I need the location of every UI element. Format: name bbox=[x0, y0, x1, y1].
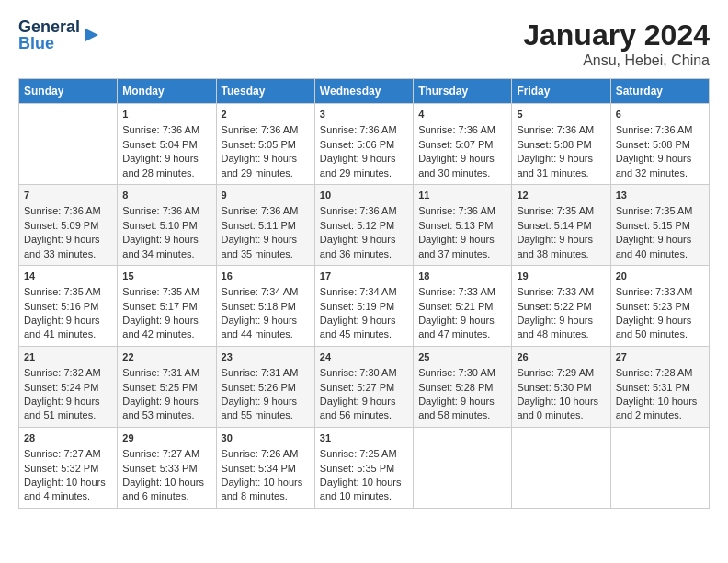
day-info: Sunrise: 7:36 AM bbox=[222, 123, 310, 137]
day-info: Sunset: 5:22 PM bbox=[517, 300, 605, 314]
day-info: Sunrise: 7:33 AM bbox=[418, 285, 506, 299]
day-info: Sunset: 5:08 PM bbox=[616, 138, 704, 152]
day-info: Sunset: 5:18 PM bbox=[222, 300, 310, 314]
day-info: Daylight: 10 hours bbox=[122, 476, 210, 489]
header-row: SundayMondayTuesdayWednesdayThursdayFrid… bbox=[19, 79, 710, 104]
day-info: Sunset: 5:08 PM bbox=[517, 138, 605, 152]
day-info: Daylight: 9 hours bbox=[222, 395, 310, 408]
day-info: Sunrise: 7:36 AM bbox=[418, 123, 506, 137]
calendar-cell: 4Sunrise: 7:36 AMSunset: 5:07 PMDaylight… bbox=[414, 104, 512, 185]
day-number: 12 bbox=[517, 189, 605, 202]
day-info: and 47 minutes. bbox=[418, 327, 506, 341]
day-number: 4 bbox=[418, 108, 506, 121]
header-cell-sunday: Sunday bbox=[19, 79, 118, 104]
day-info: Sunrise: 7:28 AM bbox=[616, 366, 704, 380]
logo-general: General bbox=[18, 18, 80, 35]
day-number: 20 bbox=[616, 270, 704, 283]
day-number: 22 bbox=[122, 350, 210, 364]
day-info: Daylight: 9 hours bbox=[517, 152, 605, 166]
day-info: and 42 minutes. bbox=[122, 327, 210, 341]
day-info: Sunrise: 7:36 AM bbox=[320, 204, 408, 218]
day-number: 13 bbox=[616, 189, 704, 202]
calendar-cell: 24Sunrise: 7:30 AMSunset: 5:27 PMDayligh… bbox=[314, 346, 413, 427]
day-info: Sunset: 5:04 PM bbox=[122, 138, 210, 152]
calendar-cell bbox=[610, 427, 709, 508]
day-number: 25 bbox=[418, 350, 506, 364]
day-info: Daylight: 9 hours bbox=[418, 314, 506, 327]
day-number: 24 bbox=[320, 350, 408, 364]
day-info: and 40 minutes. bbox=[616, 247, 704, 261]
day-number: 26 bbox=[517, 350, 605, 364]
calendar-cell bbox=[512, 427, 610, 508]
day-info: Sunset: 5:35 PM bbox=[320, 462, 408, 476]
calendar-body: 1Sunrise: 7:36 AMSunset: 5:04 PMDaylight… bbox=[19, 104, 710, 509]
calendar-cell: 19Sunrise: 7:33 AMSunset: 5:22 PMDayligh… bbox=[512, 265, 610, 346]
day-number: 23 bbox=[222, 350, 310, 364]
day-info: Sunrise: 7:27 AM bbox=[24, 447, 112, 461]
day-info: and 45 minutes. bbox=[320, 327, 408, 341]
day-info: Sunrise: 7:33 AM bbox=[517, 285, 605, 299]
day-info: Sunset: 5:06 PM bbox=[320, 138, 408, 152]
day-info: and 30 minutes. bbox=[418, 167, 506, 180]
day-info: and 31 minutes. bbox=[517, 167, 605, 180]
calendar-cell: 7Sunrise: 7:36 AMSunset: 5:09 PMDaylight… bbox=[19, 184, 118, 265]
day-info: Daylight: 10 hours bbox=[222, 476, 310, 489]
page-subtitle: Ansu, Hebei, China bbox=[523, 52, 710, 69]
day-info: Daylight: 9 hours bbox=[320, 395, 408, 408]
day-number: 16 bbox=[222, 270, 310, 283]
calendar-cell: 29Sunrise: 7:27 AMSunset: 5:33 PMDayligh… bbox=[118, 427, 216, 508]
calendar-table: SundayMondayTuesdayWednesdayThursdayFrid… bbox=[18, 78, 710, 509]
day-number: 1 bbox=[122, 108, 210, 121]
logo-arrow-icon bbox=[82, 25, 102, 45]
calendar-week-3: 21Sunrise: 7:32 AMSunset: 5:24 PMDayligh… bbox=[19, 346, 710, 427]
calendar-cell: 10Sunrise: 7:36 AMSunset: 5:12 PMDayligh… bbox=[314, 184, 413, 265]
calendar-cell: 23Sunrise: 7:31 AMSunset: 5:26 PMDayligh… bbox=[216, 346, 314, 427]
day-info: Sunrise: 7:36 AM bbox=[616, 123, 704, 137]
day-number: 27 bbox=[616, 350, 704, 364]
logo-blue: Blue bbox=[18, 35, 80, 52]
day-info: Daylight: 9 hours bbox=[517, 233, 605, 247]
day-info: Daylight: 9 hours bbox=[616, 314, 704, 327]
day-info: Sunset: 5:32 PM bbox=[24, 462, 112, 476]
calendar-cell: 21Sunrise: 7:32 AMSunset: 5:24 PMDayligh… bbox=[19, 346, 118, 427]
day-info: Daylight: 10 hours bbox=[616, 395, 704, 408]
day-info: and 10 minutes. bbox=[320, 489, 408, 503]
day-info: Sunset: 5:11 PM bbox=[222, 219, 310, 233]
day-info: Daylight: 10 hours bbox=[320, 476, 408, 489]
day-info: Sunrise: 7:30 AM bbox=[418, 366, 506, 380]
day-info: Sunset: 5:12 PM bbox=[320, 219, 408, 233]
day-info: and 41 minutes. bbox=[24, 327, 112, 341]
day-number: 2 bbox=[222, 108, 310, 121]
day-info: and 38 minutes. bbox=[517, 247, 605, 261]
day-info: Sunset: 5:19 PM bbox=[320, 300, 408, 314]
day-info: Sunrise: 7:30 AM bbox=[320, 366, 408, 380]
calendar-cell: 20Sunrise: 7:33 AMSunset: 5:23 PMDayligh… bbox=[610, 265, 709, 346]
day-number: 30 bbox=[222, 431, 310, 445]
svg-marker-0 bbox=[85, 29, 98, 41]
calendar-cell: 31Sunrise: 7:25 AMSunset: 5:35 PMDayligh… bbox=[314, 427, 413, 508]
day-info: Daylight: 9 hours bbox=[517, 314, 605, 327]
day-number: 3 bbox=[320, 108, 408, 121]
day-number: 17 bbox=[320, 270, 408, 283]
day-info: Daylight: 9 hours bbox=[24, 233, 112, 247]
day-info: Daylight: 9 hours bbox=[222, 152, 310, 166]
day-info: Sunset: 5:14 PM bbox=[517, 219, 605, 233]
calendar-week-2: 14Sunrise: 7:35 AMSunset: 5:16 PMDayligh… bbox=[19, 265, 710, 346]
title-block: January 2024 Ansu, Hebei, China bbox=[523, 18, 710, 69]
calendar-week-1: 7Sunrise: 7:36 AMSunset: 5:09 PMDaylight… bbox=[19, 184, 710, 265]
day-info: Daylight: 9 hours bbox=[222, 233, 310, 247]
day-info: Sunrise: 7:36 AM bbox=[222, 204, 310, 218]
page-title: January 2024 bbox=[523, 18, 710, 52]
day-number: 7 bbox=[24, 189, 112, 202]
day-info: Daylight: 9 hours bbox=[320, 314, 408, 327]
day-info: Sunset: 5:33 PM bbox=[122, 462, 210, 476]
day-info: and 36 minutes. bbox=[320, 247, 408, 261]
calendar-cell: 8Sunrise: 7:36 AMSunset: 5:10 PMDaylight… bbox=[118, 184, 216, 265]
day-info: Sunrise: 7:36 AM bbox=[418, 204, 506, 218]
day-info: Sunrise: 7:34 AM bbox=[222, 285, 310, 299]
day-info: and 28 minutes. bbox=[122, 167, 210, 180]
day-number: 21 bbox=[24, 350, 112, 364]
day-info: Sunrise: 7:32 AM bbox=[24, 366, 112, 380]
day-info: and 53 minutes. bbox=[122, 408, 210, 422]
day-number: 29 bbox=[122, 431, 210, 445]
